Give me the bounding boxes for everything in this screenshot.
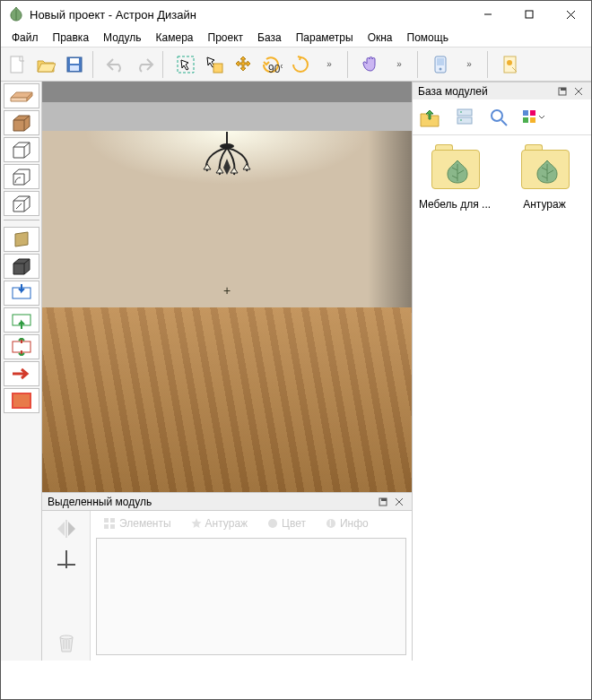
svg-rect-7 <box>70 65 79 71</box>
svg-rect-45 <box>457 117 472 124</box>
module-library-body: Мебель для ... Антураж <box>413 135 591 661</box>
tab-color[interactable]: Цвет <box>262 515 311 531</box>
svg-rect-19 <box>13 393 30 408</box>
redo-button[interactable] <box>131 51 158 78</box>
window-buttons <box>467 1 591 28</box>
menu-project[interactable]: Проект <box>201 30 251 46</box>
svg-point-15 <box>507 60 512 65</box>
tool-panel[interactable] <box>4 227 39 252</box>
grid-icon <box>103 517 116 530</box>
toolbar-more-1[interactable]: » <box>316 51 343 78</box>
info-icon: i <box>326 518 336 529</box>
view-options-button[interactable] <box>519 104 546 131</box>
module-panel-title: Выделенный модуль <box>48 496 152 508</box>
app-icon <box>8 6 24 22</box>
right-panel-close-icon[interactable] <box>571 84 586 99</box>
svg-point-48 <box>492 110 502 121</box>
rotate-button[interactable] <box>287 51 314 78</box>
open-button[interactable] <box>32 51 59 78</box>
menu-edit[interactable]: Правка <box>46 30 97 46</box>
folder-icon <box>426 144 483 194</box>
svg-text:90°: 90° <box>268 63 283 75</box>
3d-viewport[interactable]: + <box>42 82 412 492</box>
server-button[interactable] <box>451 104 478 131</box>
export-button[interactable] <box>497 51 524 78</box>
tool-arrow-right[interactable] <box>4 361 39 386</box>
module-panel-body <box>96 538 406 655</box>
tab-color-label: Цвет <box>282 517 306 530</box>
mirror-toggle-icon[interactable] <box>48 516 84 541</box>
title-bar: Новый проект - Астрон Дизайн <box>1 1 591 28</box>
select-add-button[interactable] <box>201 51 228 78</box>
svg-point-29 <box>60 635 73 639</box>
tool-insert-down[interactable] <box>4 281 39 306</box>
svg-rect-51 <box>530 110 535 116</box>
tab-info-label: Инфо <box>340 517 369 530</box>
pan-hand-button[interactable] <box>357 51 384 78</box>
tool-box-outline[interactable] <box>4 137 39 162</box>
svg-point-47 <box>460 119 462 121</box>
main-toolbar: 90° » » » <box>1 48 591 82</box>
svg-rect-24 <box>381 498 387 501</box>
module-panel-dock-icon[interactable] <box>376 495 390 509</box>
menu-module[interactable]: Модуль <box>96 30 149 46</box>
tool-slab[interactable] <box>4 83 39 108</box>
menu-file[interactable]: Файл <box>4 30 46 46</box>
svg-rect-41 <box>561 88 566 91</box>
maximize-button[interactable] <box>509 1 550 28</box>
tool-mirror-box[interactable] <box>4 191 39 216</box>
tool-insert-up[interactable] <box>4 307 39 333</box>
alignment-icon[interactable] <box>54 547 79 572</box>
svg-rect-53 <box>530 117 535 123</box>
move-button[interactable] <box>230 51 257 78</box>
tool-angle-box[interactable] <box>4 164 39 189</box>
tool-fill[interactable] <box>4 388 39 413</box>
svg-rect-35 <box>104 524 109 529</box>
tab-entourage[interactable]: Антураж <box>186 515 254 531</box>
device-button[interactable] <box>427 51 454 78</box>
module-panel-close-icon[interactable] <box>392 495 406 509</box>
tool-insert-both[interactable] <box>4 334 39 359</box>
tab-elements[interactable]: Элементы <box>98 515 177 531</box>
module-panel: Элементы Антураж Цвет i Инфо <box>42 510 412 661</box>
trash-icon[interactable] <box>48 630 84 655</box>
svg-rect-9 <box>213 64 222 73</box>
close-button[interactable] <box>550 1 591 28</box>
left-tool-strip <box>1 82 42 661</box>
folder-furniture[interactable]: Мебель для ... <box>418 144 492 211</box>
menu-help[interactable]: Помощь <box>400 30 456 46</box>
tool-box[interactable] <box>4 110 39 135</box>
folder-up-button[interactable] <box>417 104 444 131</box>
menu-params[interactable]: Параметры <box>289 30 361 46</box>
menu-camera[interactable]: Камера <box>149 30 201 46</box>
star-icon <box>191 518 202 529</box>
toolbar-more-3[interactable]: » <box>456 51 483 78</box>
folder-entourage[interactable]: Антураж <box>508 144 581 211</box>
module-panel-tabs: Элементы Антураж Цвет i Инфо <box>91 511 412 536</box>
svg-rect-12 <box>437 58 444 65</box>
menu-base[interactable]: База <box>250 30 289 46</box>
svg-rect-50 <box>523 110 528 116</box>
new-button[interactable] <box>4 51 30 78</box>
folder-icon <box>516 144 573 194</box>
svg-rect-33 <box>104 518 109 523</box>
minimize-button[interactable] <box>467 1 509 28</box>
svg-rect-4 <box>11 56 22 73</box>
select-button[interactable] <box>172 51 199 78</box>
tool-dark-box[interactable] <box>4 254 39 279</box>
undo-button[interactable] <box>102 51 129 78</box>
right-panel-title: База модулей <box>418 85 488 98</box>
svg-point-13 <box>440 67 442 70</box>
viewport-crosshair: + <box>223 283 231 298</box>
menu-windows[interactable]: Окна <box>361 30 400 46</box>
search-button[interactable] <box>485 104 512 131</box>
tab-info[interactable]: i Инфо <box>320 515 374 531</box>
right-panel-dock-icon[interactable] <box>555 84 570 99</box>
svg-rect-34 <box>110 518 115 523</box>
toolbar-more-2[interactable]: » <box>386 51 413 78</box>
svg-line-49 <box>501 120 507 125</box>
svg-rect-6 <box>70 58 79 64</box>
save-button[interactable] <box>61 51 88 78</box>
rotate-90-button[interactable]: 90° <box>258 51 285 78</box>
palette-icon <box>267 518 278 529</box>
